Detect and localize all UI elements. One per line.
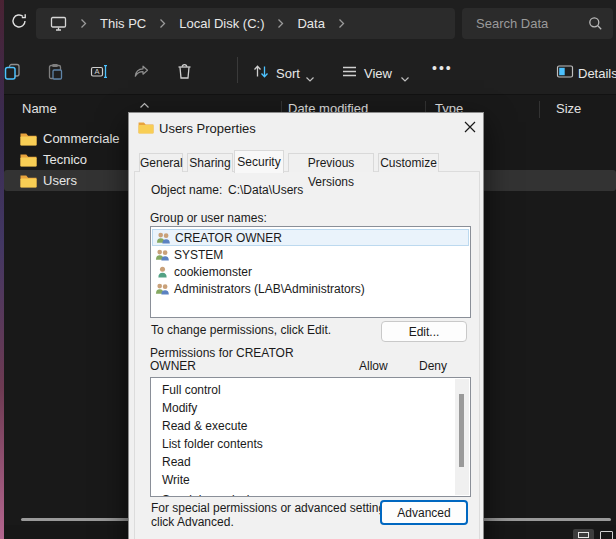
tab-sharing[interactable]: Sharing (187, 153, 233, 172)
breadcrumb-chevron-icon (338, 18, 345, 29)
list-item-cookiemonster[interactable]: cookiemonster (152, 263, 469, 280)
more-options-button[interactable]: ••• (432, 60, 453, 76)
edit-button[interactable]: Edit... (381, 321, 467, 342)
group-icon (156, 231, 171, 245)
list-item-creator-owner[interactable]: CREATOR OWNER (152, 229, 469, 246)
refresh-icon (10, 12, 28, 30)
copy-button[interactable] (4, 63, 21, 80)
breadcrumb-data[interactable]: Data (297, 16, 324, 31)
breadcrumb-chevron-icon (277, 18, 284, 29)
breadcrumb-chevron-icon (159, 18, 166, 29)
delete-button[interactable] (176, 63, 193, 80)
tab-general[interactable]: General (139, 153, 183, 172)
permission-modify[interactable]: Modify (162, 401, 197, 415)
copy-icon (4, 63, 21, 80)
permission-list-folder-contents[interactable]: List folder contents (162, 437, 263, 451)
tab-security[interactable]: Security (234, 150, 284, 173)
users-properties-dialog: Users Properties General Sharing Securit… (128, 112, 484, 539)
edit-hint-text: To change permissions, click Edit. (151, 323, 331, 337)
permissions-for-label-line1: Permissions for CREATOR (150, 346, 294, 360)
breadcrumb-this-pc[interactable]: This PC (100, 16, 146, 31)
sort-chevron-down-icon (305, 69, 315, 87)
tab-customize[interactable]: Customize (378, 153, 439, 172)
details-pane-button[interactable]: Details (578, 66, 616, 81)
refresh-button[interactable] (10, 12, 28, 30)
details-view-toggle-button[interactable] (573, 529, 594, 539)
close-button[interactable] (459, 116, 481, 138)
details-pane-icon (556, 63, 573, 80)
folder-icon (20, 153, 37, 167)
group-icon (155, 282, 170, 296)
view-icon (341, 63, 358, 80)
list-item-system[interactable]: SYSTEM (152, 246, 469, 263)
group-user-names-list[interactable]: CREATOR OWNER SYSTEM cookiemonster Admin… (150, 226, 471, 318)
sort-icon (252, 63, 269, 80)
folder-icon (20, 132, 37, 146)
permissions-list[interactable]: Full control Modify Read & execute List … (150, 377, 471, 497)
group-name: Administrators (LAB\Administrators) (174, 282, 365, 296)
advanced-hint-line1: For special permissions or advanced sett… (151, 501, 394, 515)
view-button[interactable]: View (364, 66, 392, 81)
group-name: SYSTEM (174, 248, 223, 262)
search-icon (588, 16, 603, 35)
permissions-for-label-line2: OWNER (150, 359, 196, 373)
deny-column-label: Deny (419, 359, 447, 373)
advanced-hint-line2: click Advanced. (151, 515, 234, 529)
rename-button[interactable]: A (90, 63, 107, 80)
breadcrumb-local-disk-c[interactable]: Local Disk (C:) (179, 16, 264, 31)
trash-icon (176, 63, 193, 80)
column-header-size[interactable]: Size (556, 101, 581, 116)
address-bar[interactable]: This PC Local Disk (C:) Data (36, 8, 455, 39)
thumbnail-view-toggle-button[interactable] (600, 531, 613, 539)
desktop-wallpaper-strip (0, 0, 4, 539)
folder-icon (20, 174, 37, 188)
permission-read[interactable]: Read (162, 455, 191, 469)
group-name: CREATOR OWNER (175, 231, 282, 245)
file-name: Tecnico (43, 152, 87, 167)
scrollbar-thumb[interactable] (459, 394, 464, 467)
group-icon (155, 248, 170, 262)
this-pc-icon (50, 16, 67, 31)
search-box[interactable] (462, 8, 613, 39)
column-divider[interactable] (539, 101, 540, 118)
column-header-name[interactable]: Name (22, 101, 57, 116)
allow-column-label: Allow (359, 359, 388, 373)
group-user-names-label: Group or user names: (150, 211, 267, 225)
sort-ascending-caret-icon (139, 95, 150, 113)
permission-write[interactable]: Write (162, 473, 190, 487)
view-chevron-down-icon (400, 69, 410, 87)
list-item-administrators[interactable]: Administrators (LAB\Administrators) (152, 280, 469, 297)
permission-full-control[interactable]: Full control (162, 383, 221, 397)
details-view-icon (578, 532, 589, 538)
folder-icon (138, 121, 154, 137)
file-name: Commerciale (43, 131, 120, 146)
advanced-button[interactable]: Advanced (380, 500, 468, 525)
paste-button[interactable] (47, 63, 64, 80)
share-button[interactable] (133, 63, 150, 80)
permissions-scrollbar[interactable] (455, 379, 469, 495)
permission-special-clipped[interactable]: Special permissions (162, 493, 269, 497)
user-icon (155, 265, 170, 279)
close-icon (464, 121, 476, 133)
tab-previous-versions[interactable]: Previous Versions (288, 153, 374, 172)
svg-text:A: A (95, 67, 100, 76)
object-name-label: Object name: (151, 183, 222, 197)
group-name: cookiemonster (174, 265, 252, 279)
paste-icon (47, 63, 64, 80)
share-icon (133, 63, 150, 80)
object-name-value: C:\Data\Users (228, 183, 303, 197)
permission-read-execute[interactable]: Read & execute (162, 419, 247, 433)
breadcrumb-chevron-icon (80, 18, 87, 29)
dialog-title: Users Properties (159, 121, 256, 136)
rename-icon: A (90, 63, 109, 80)
sort-button[interactable]: Sort (276, 66, 300, 81)
toolbar-separator (237, 57, 238, 83)
file-name: Users (43, 173, 77, 188)
